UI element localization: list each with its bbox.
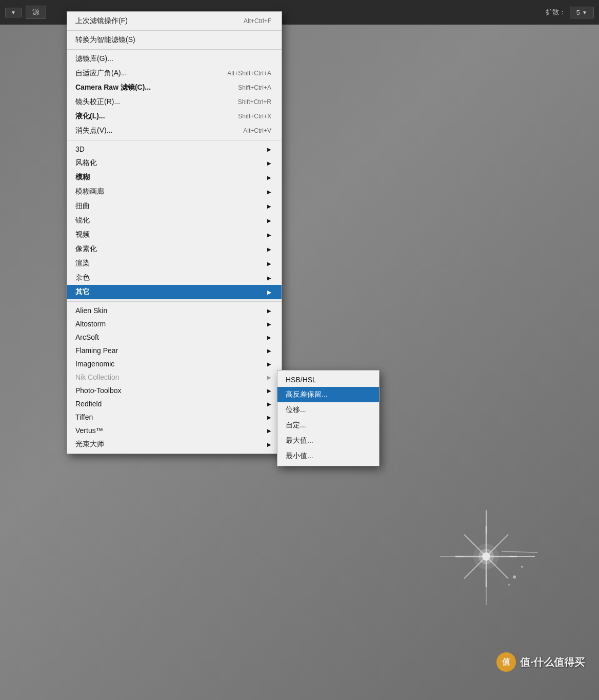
menu-item-alien-skin[interactable]: Alien Skin ▶ (67, 304, 282, 317)
menu-item-imagenomic[interactable]: Imagenomic ▶ (67, 357, 282, 370)
menu-item-blur[interactable]: 模糊 ▶ (67, 170, 282, 184)
watermark-logo: 值 (496, 652, 516, 672)
menu-item-camera-raw[interactable]: Camera Raw 滤镜(C)... Shift+Ctrl+A (67, 80, 282, 95)
separator-3 (67, 140, 282, 140)
menu-item-flaming-pear[interactable]: Flaming Pear ▶ (67, 344, 282, 357)
secondary-menu-item-high-pass[interactable]: 高反差保留... (277, 387, 379, 402)
menu-item-light-master[interactable]: 光束大师 ▶ (67, 437, 282, 451)
secondary-menu: HSB/HSL 高反差保留... 位移... 自定... 最大值... 最小值.… (277, 370, 380, 466)
toolbar-dropdown[interactable]: ▼ (5, 8, 22, 17)
menu-item-video[interactable]: 视频 ▶ (67, 228, 282, 242)
menu-item-filter-gallery[interactable]: 滤镜库(G)... (67, 52, 282, 66)
menu-item-altostorm[interactable]: Altostorm ▶ (67, 317, 282, 331)
separator-4 (67, 301, 282, 302)
menu-item-noise[interactable]: 杂色 ▶ (67, 271, 282, 285)
toolbar-source-label: 源 (26, 6, 46, 19)
menu-item-vertus[interactable]: Vertus™ ▶ (67, 424, 282, 437)
menu-item-lens-correction[interactable]: 镜头校正(R)... Shift+Ctrl+R (67, 95, 282, 109)
menu-item-photo-toolbox[interactable]: Photo-Toolbox ▶ (67, 384, 282, 397)
menu-item-distort[interactable]: 扭曲 ▶ (67, 199, 282, 213)
menu-item-stylize[interactable]: 风格化 ▶ (67, 156, 282, 170)
menu-item-smart-filter[interactable]: 转换为智能滤镜(S) (67, 33, 282, 47)
watermark: 值 值·什么值得买 (496, 652, 585, 672)
menu-item-sharpen[interactable]: 锐化 ▶ (67, 213, 282, 228)
menu-item-vanishing-point[interactable]: 消失点(V)... Alt+Ctrl+V (67, 123, 282, 138)
menu-item-nik-collection[interactable]: Nik Collection ▶ (67, 370, 282, 384)
watermark-text: 值·什么值得买 (520, 655, 585, 669)
svg-point-14 (508, 584, 510, 586)
primary-menu: 上次滤镜操作(F) Alt+Ctrl+F 转换为智能滤镜(S) 滤镜库(G)..… (67, 11, 282, 454)
menu-item-last-filter[interactable]: 上次滤镜操作(F) Alt+Ctrl+F (67, 14, 282, 28)
menu-item-render[interactable]: 渲染 ▶ (67, 256, 282, 271)
toolbar-diffuse-label: 扩散： (546, 8, 566, 17)
menu-item-other[interactable]: 其它 ▶ (67, 285, 282, 299)
menu-item-redfield[interactable]: Redfield ▶ (67, 397, 282, 410)
secondary-menu-item-offset[interactable]: 位移... (277, 402, 379, 418)
svg-point-11 (473, 544, 499, 569)
menu-item-liquify[interactable]: 液化(L)... Shift+Ctrl+X (67, 109, 282, 123)
svg-line-8 (502, 551, 537, 554)
menu-item-tiffen[interactable]: Tiffen ▶ (67, 410, 282, 424)
secondary-menu-item-maximum[interactable]: 最大值... (277, 433, 379, 448)
svg-point-12 (513, 575, 516, 579)
menu-item-arcsoft[interactable]: ArcSoft ▶ (67, 331, 282, 344)
menu-item-pixelate[interactable]: 像素化 ▶ (67, 242, 282, 256)
secondary-menu-item-minimum[interactable]: 最小值... (277, 448, 379, 464)
sparkle-decoration (435, 505, 537, 608)
menu-item-blur-gallery[interactable]: 模糊画廊 ▶ (67, 184, 282, 199)
svg-point-13 (521, 566, 523, 568)
separator-2 (67, 49, 282, 50)
menu-item-adaptive-wide[interactable]: 自适应广角(A)... Alt+Shift+Ctrl+A (67, 66, 282, 80)
separator-1 (67, 30, 282, 31)
secondary-menu-item-custom[interactable]: 自定... (277, 418, 379, 433)
menu-item-3d[interactable]: 3D ▶ (67, 142, 282, 156)
toolbar-diffuse-value[interactable]: 5 ▼ (570, 7, 594, 18)
secondary-menu-item-hsb-hsl[interactable]: HSB/HSL (277, 373, 379, 387)
